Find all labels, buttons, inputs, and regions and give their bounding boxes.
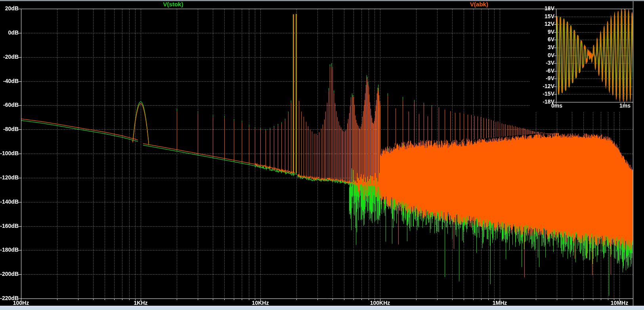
inset-x-tick-label: 1ms [613, 102, 636, 109]
inset-x-tick-label: 0ms [545, 102, 568, 109]
fft-y-tick-label: 20dB [0, 5, 19, 12]
fft-y-tick-label: -200dB [0, 271, 19, 277]
inset-y-tick-label: -3V [529, 60, 554, 66]
fft-y-tick-label: -160dB [0, 223, 19, 229]
fft-y-tick-label: -60dB [0, 102, 19, 108]
fft-y-tick-label: -120dB [0, 174, 19, 181]
fft-y-tick-label: -140dB [0, 198, 19, 205]
fft-y-tick-label: 0dB [0, 29, 19, 36]
fft-y-tick-label: -40dB [0, 78, 19, 85]
ltspice-waveform-window: V(stok) V(abk) 20dB0dB-20dB-40dB-60dB-80… [0, 0, 644, 310]
inset-y-tick-label: 6V [529, 36, 554, 43]
fft-y-tick-label: -180dB [0, 246, 19, 253]
inset-y-tick-label: -6V [529, 67, 554, 74]
inset-y-tick-label: -15V [529, 90, 554, 97]
fft-y-tick-label: -20dB [0, 54, 19, 60]
inset-y-tick-label: 9V [529, 29, 554, 35]
fft-y-tick-label: -100dB [0, 150, 19, 157]
inset-y-tick-label: -12V [529, 83, 554, 90]
inset-y-tick-label: -9V [529, 75, 554, 82]
inset-y-tick-label: 0V [529, 52, 554, 59]
inset-y-tick-label: 12V [529, 21, 554, 27]
trace-label-vabk[interactable]: V(abk) [470, 1, 488, 8]
window-top-edge [0, 0, 644, 1]
fft-y-tick-label: -80dB [0, 126, 19, 133]
inset-y-tick-label: 18V [529, 5, 554, 12]
trace-label-vstok[interactable]: V(stok) [163, 1, 183, 8]
inset-y-tick-label: 3V [529, 44, 554, 51]
status-strip [0, 306, 644, 310]
inset-y-tick-label: 15V [529, 13, 554, 20]
